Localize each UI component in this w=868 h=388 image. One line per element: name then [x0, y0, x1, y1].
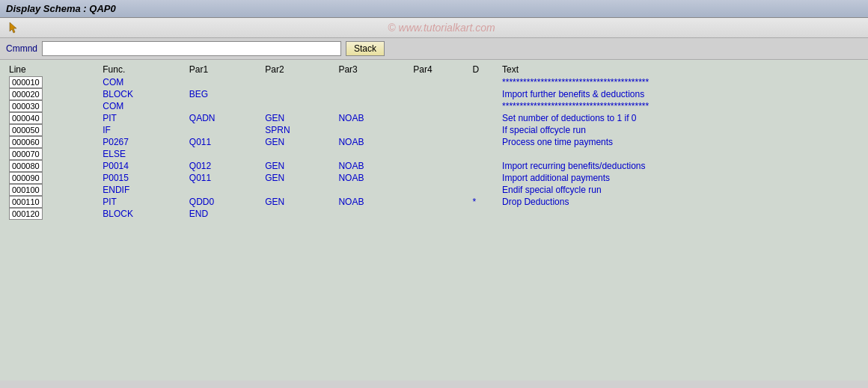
- func-cell: BLOCK: [100, 88, 186, 100]
- text-cell: [499, 208, 862, 220]
- func-cell: PIT: [100, 196, 186, 208]
- d-cell: [469, 136, 499, 148]
- text-cell: If special offcycle run: [499, 124, 862, 136]
- d-cell: [469, 184, 499, 196]
- func-cell: P0015: [100, 172, 186, 184]
- command-label: Cmmnd: [6, 43, 37, 54]
- d-cell: [469, 208, 499, 220]
- par2-cell: GEN: [262, 160, 335, 172]
- text-cell: Import recurring benefits/deductions: [499, 160, 862, 172]
- line-cell: 000120: [6, 208, 100, 220]
- par4-cell: [410, 184, 469, 196]
- par4-cell: [410, 160, 469, 172]
- col-header-d: D: [469, 63, 499, 76]
- col-header-par2: Par2: [262, 63, 335, 76]
- line-cell: 000030: [6, 100, 100, 112]
- par2-cell: GEN: [262, 172, 335, 184]
- d-cell: [469, 76, 499, 88]
- line-cell: 000110: [6, 196, 100, 208]
- func-cell: P0014: [100, 160, 186, 172]
- line-cell: 000040: [6, 112, 100, 124]
- d-cell: *: [469, 196, 499, 208]
- par3-cell: [335, 100, 410, 112]
- table-row: 000110PITQDD0GENNOAB*Drop Deductions: [6, 196, 862, 208]
- col-header-par4: Par4: [410, 63, 469, 76]
- par4-cell: [410, 100, 469, 112]
- par3-cell: NOAB: [335, 112, 410, 124]
- pointer-icon[interactable]: [6, 20, 21, 35]
- par4-cell: [410, 208, 469, 220]
- col-header-func: Func.: [100, 63, 186, 76]
- par1-cell: [186, 76, 262, 88]
- line-cell: 000010: [6, 76, 100, 88]
- par2-cell: [262, 148, 335, 160]
- par1-cell: Q012: [186, 160, 262, 172]
- par2-cell: GEN: [262, 112, 335, 124]
- par4-cell: [410, 172, 469, 184]
- par1-cell: QDD0: [186, 196, 262, 208]
- func-cell: ENDIF: [100, 184, 186, 196]
- text-cell: Process one time payments: [499, 136, 862, 148]
- func-cell: COM: [100, 100, 186, 112]
- par2-cell: [262, 76, 335, 88]
- command-input[interactable]: [42, 41, 341, 56]
- par3-cell: [335, 88, 410, 100]
- par3-cell: NOAB: [335, 160, 410, 172]
- par2-cell: [262, 88, 335, 100]
- table-row: 000020BLOCKBEGImport further benefits & …: [6, 88, 862, 100]
- text-cell: Set number of deductions to 1 if 0: [499, 112, 862, 124]
- table-row: 000040PITQADNGENNOABSet number of deduct…: [6, 112, 862, 124]
- table-row: 000080P0014Q012GENNOABImport recurring b…: [6, 160, 862, 172]
- text-cell: ****************************************…: [499, 76, 862, 88]
- func-cell: COM: [100, 76, 186, 88]
- stack-button[interactable]: Stack: [346, 41, 385, 56]
- d-cell: [469, 172, 499, 184]
- d-cell: [469, 88, 499, 100]
- d-cell: [469, 100, 499, 112]
- par4-cell: [410, 112, 469, 124]
- window-title: Display Schema : QAP0: [6, 3, 116, 14]
- func-cell: PIT: [100, 112, 186, 124]
- schema-table: Line Func. Par1 Par2 Par3 Par4 D Text 00…: [6, 63, 862, 220]
- line-cell: 000090: [6, 172, 100, 184]
- par1-cell: BEG: [186, 88, 262, 100]
- par1-cell: END: [186, 208, 262, 220]
- par3-cell: [335, 208, 410, 220]
- d-cell: [469, 148, 499, 160]
- text-cell: Endif special offcycle run: [499, 184, 862, 196]
- par4-cell: [410, 136, 469, 148]
- par3-cell: [335, 76, 410, 88]
- par3-cell: NOAB: [335, 196, 410, 208]
- par2-cell: [262, 100, 335, 112]
- func-cell: IF: [100, 124, 186, 136]
- par2-cell: [262, 208, 335, 220]
- line-cell: 000080: [6, 160, 100, 172]
- d-cell: [469, 112, 499, 124]
- col-header-text: Text: [499, 63, 862, 76]
- par1-cell: [186, 184, 262, 196]
- par1-cell: [186, 148, 262, 160]
- line-cell: 000100: [6, 184, 100, 196]
- col-header-par3: Par3: [335, 63, 410, 76]
- text-cell: Import further benefits & deductions: [499, 88, 862, 100]
- main-content: Line Func. Par1 Par2 Par3 Par4 D Text 00…: [0, 60, 868, 381]
- table-row: 000060P0267Q011GENNOABProcess one time p…: [6, 136, 862, 148]
- par2-cell: [262, 184, 335, 196]
- col-header-par1: Par1: [186, 63, 262, 76]
- command-bar: Cmmnd Stack: [0, 38, 868, 60]
- d-cell: [469, 160, 499, 172]
- col-header-line: Line: [6, 63, 100, 76]
- table-row: 000050IFSPRNIf special offcycle run: [6, 124, 862, 136]
- table-row: 000030COM*******************************…: [6, 100, 862, 112]
- line-cell: 000050: [6, 124, 100, 136]
- par4-cell: [410, 88, 469, 100]
- table-row: 000120BLOCKEND: [6, 208, 862, 220]
- par3-cell: [335, 148, 410, 160]
- line-cell: 000070: [6, 148, 100, 160]
- par4-cell: [410, 76, 469, 88]
- par2-cell: SPRN: [262, 124, 335, 136]
- par1-cell: QADN: [186, 112, 262, 124]
- par3-cell: NOAB: [335, 172, 410, 184]
- d-cell: [469, 124, 499, 136]
- func-cell: ELSE: [100, 148, 186, 160]
